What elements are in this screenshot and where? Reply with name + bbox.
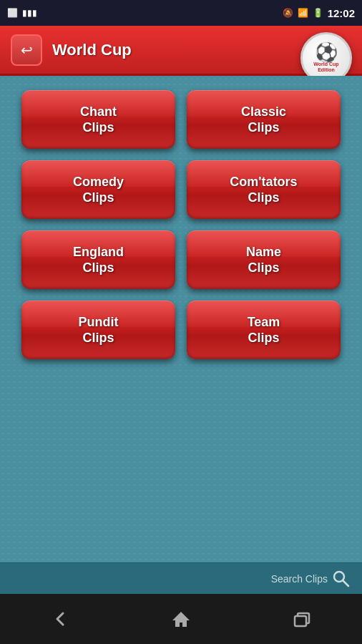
main-content: ChantClips ClassicClips ComedyClips Com'… — [0, 76, 362, 562]
nav-back-icon — [50, 609, 70, 629]
clock: 12:02 — [328, 7, 355, 19]
commentators-clips-button[interactable]: Com'tatorsClips — [187, 160, 341, 219]
name-clips-label: NameClips — [246, 244, 281, 276]
commentators-clips-label: Com'tatorsClips — [230, 174, 297, 206]
search-bar[interactable]: Search Clips — [0, 562, 362, 594]
status-left-icons: ⬜ ▮▮▮ — [7, 8, 37, 18]
nav-home-button[interactable] — [160, 603, 202, 635]
buttons-grid: ChantClips ClassicClips ComedyClips Com'… — [0, 76, 362, 374]
back-button[interactable]: ↩ — [11, 34, 42, 66]
signal-icon: ▮▮▮ — [22, 8, 37, 18]
battery-icon: 🔋 — [313, 8, 323, 18]
team-clips-label: TeamClips — [248, 314, 280, 346]
svg-line-1 — [343, 580, 348, 586]
svg-rect-4 — [295, 616, 306, 626]
soccer-ball-icon: ⚽ — [315, 43, 338, 62]
header: ↩ World Cup ⚽ World CupEdition — [0, 26, 362, 76]
navigation-bar — [0, 594, 362, 644]
comedy-clips-label: ComedyClips — [73, 174, 124, 206]
england-clips-label: EnglandClips — [73, 244, 124, 276]
photo-icon: ⬜ — [7, 8, 18, 18]
nav-recents-icon — [292, 609, 312, 629]
back-arrow-icon: ↩ — [21, 42, 33, 59]
nav-home-icon — [171, 609, 191, 629]
search-clips-label: Search Clips — [271, 573, 328, 585]
header-title: World Cup — [52, 41, 132, 59]
chant-clips-label: ChantClips — [80, 104, 117, 136]
search-icon[interactable] — [332, 570, 351, 588]
chant-clips-button[interactable]: ChantClips — [21, 90, 175, 149]
name-clips-button[interactable]: NameClips — [187, 230, 341, 289]
team-clips-button[interactable]: TeamClips — [187, 301, 341, 359]
badge-label: World CupEdition — [313, 62, 338, 72]
status-right-icons: 🔕 📶 🔋 12:02 — [283, 7, 355, 19]
classic-clips-button[interactable]: ClassicClips — [187, 90, 341, 149]
england-clips-button[interactable]: EnglandClips — [21, 230, 175, 289]
classic-clips-label: ClassicClips — [241, 104, 286, 136]
comedy-clips-button[interactable]: ComedyClips — [21, 160, 175, 219]
nav-recents-button[interactable] — [280, 603, 323, 635]
nav-back-button[interactable] — [39, 603, 82, 635]
wifi-icon: 📶 — [298, 8, 308, 18]
pundit-clips-label: PunditClips — [79, 314, 119, 346]
pundit-clips-button[interactable]: PunditClips — [21, 301, 175, 359]
status-bar: ⬜ ▮▮▮ 🔕 📶 🔋 12:02 — [0, 0, 362, 26]
svg-marker-2 — [172, 612, 190, 627]
mute-icon: 🔕 — [283, 8, 293, 18]
